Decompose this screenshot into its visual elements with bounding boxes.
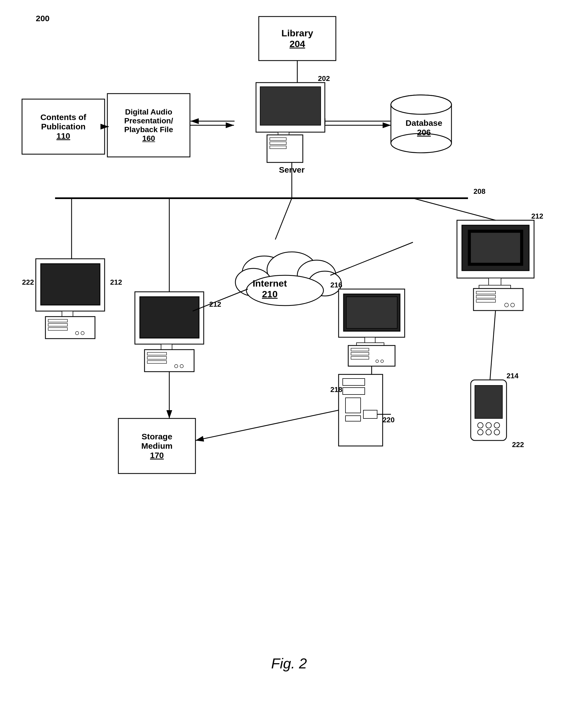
svg-point-51 [174,364,178,368]
label-222-right: 222 [512,441,524,449]
svg-line-100 [490,311,495,380]
diagram: 200 Library 204 202 Contents ofPublicati… [0,0,588,702]
svg-line-71 [275,198,292,239]
internet-label: Internet 210 [239,278,300,300]
svg-point-94 [478,423,483,428]
svg-rect-63 [476,291,495,294]
svg-rect-21 [270,138,286,140]
svg-rect-49 [147,356,166,359]
label-216: 216 [330,281,342,289]
database-title: Database [405,118,442,127]
svg-rect-74 [346,297,397,328]
svg-rect-39 [48,328,68,330]
diagram-number: 200 [36,14,49,23]
internet-ref: 210 [262,289,278,299]
svg-rect-78 [351,348,369,351]
storage-label: StorageMedium 170 [118,419,196,473]
contents-ref: 110 [56,131,70,141]
figure-label: Fig. 2 [234,655,344,672]
svg-point-7 [391,95,452,114]
svg-rect-88 [363,410,377,419]
digital-audio-ref: 160 [142,134,155,143]
label-212-mid: 212 [209,300,221,309]
svg-rect-75 [365,337,375,343]
storage-ref: 170 [150,451,164,460]
network-ref-label: 208 [473,187,485,196]
svg-point-82 [381,360,383,363]
svg-rect-85 [343,388,365,394]
svg-rect-65 [476,300,495,302]
svg-point-97 [478,430,483,435]
svg-rect-64 [476,296,495,298]
database-ref: 206 [417,128,431,137]
database-label: Database 206 [394,118,454,137]
svg-rect-23 [270,146,286,149]
label-212-left: 212 [110,278,122,286]
svg-point-40 [76,332,79,335]
label-220: 220 [383,416,394,424]
label-212-topright: 212 [531,212,543,221]
svg-rect-59 [471,233,520,263]
svg-point-96 [494,423,500,428]
server-label: Server [264,165,319,174]
svg-line-90 [196,410,339,441]
svg-rect-79 [351,352,369,355]
svg-point-67 [511,303,514,307]
server-ref-label: 202 [318,74,330,83]
contents-label: Contents ofPublication 110 [22,99,105,154]
internet-title: Internet [253,278,287,288]
storage-title: StorageMedium [141,432,172,451]
svg-rect-38 [48,324,68,326]
library-ref: 204 [289,38,305,49]
label-222-left: 222 [22,278,34,286]
svg-rect-60 [489,278,501,286]
svg-rect-37 [48,319,68,322]
label-218: 218 [330,385,342,394]
svg-point-81 [376,360,378,363]
label-214: 214 [506,372,518,380]
svg-point-99 [494,430,500,435]
svg-rect-17 [260,87,321,125]
digital-audio-title: Digital AudioPresentation/Playback File [124,108,173,134]
svg-point-52 [180,364,183,368]
svg-point-41 [81,332,84,335]
svg-point-95 [486,423,491,428]
library-label: Library 204 [259,16,336,61]
svg-line-68 [413,198,495,220]
svg-rect-87 [345,416,361,421]
contents-title: Contents ofPublication [40,113,87,131]
svg-rect-44 [140,297,199,338]
svg-point-98 [486,430,491,435]
svg-line-69 [330,242,413,275]
svg-rect-86 [345,398,361,413]
svg-rect-50 [147,361,166,363]
svg-rect-48 [147,352,166,355]
library-title: Library [281,28,313,38]
svg-rect-33 [41,264,100,305]
svg-rect-93 [475,385,502,419]
svg-rect-80 [351,356,369,359]
svg-rect-84 [343,378,365,385]
digital-audio-label: Digital AudioPresentation/Playback File … [107,94,190,157]
svg-rect-22 [270,142,286,144]
svg-point-66 [504,303,508,307]
